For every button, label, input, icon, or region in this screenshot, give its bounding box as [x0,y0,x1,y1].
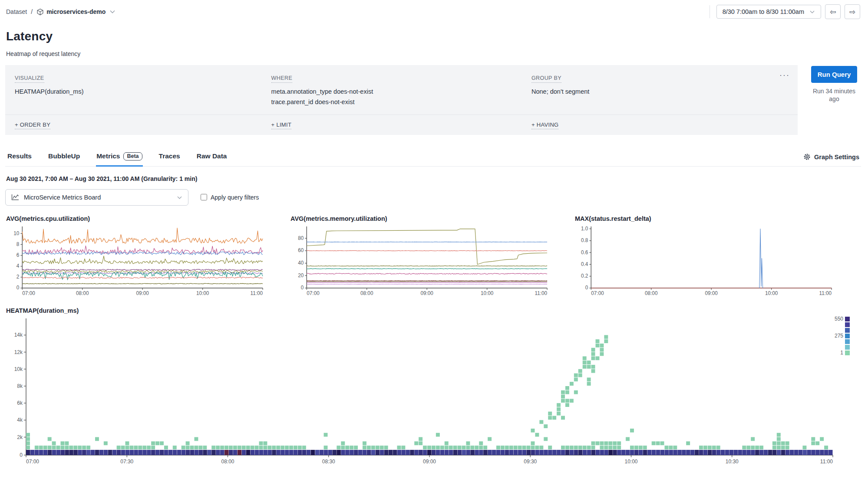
group-by-value[interactable]: None; don't segment [531,87,780,97]
dataset-name: microservices-demo [46,8,106,15]
svg-text:550: 550 [835,316,843,322]
svg-text:0: 0 [301,285,304,291]
query-panel-footer: + ORDER BY + LIMIT + HAVING [5,115,798,135]
memory-utilization-chart[interactable]: 02040608007:0008:0009:0010:0011:00 [290,222,550,299]
last-run-caption: Run 34 minutes ago [807,88,861,103]
visualize-label: VISUALIZE [15,75,44,83]
cpu-chart-block: AVG(metrics.cpu.utilization) 024681007:0… [5,215,265,299]
graph-settings-button[interactable]: Graph Settings [803,153,859,161]
page-subtitle: Heatmap of request latency [6,50,861,57]
svg-text:12k: 12k [14,349,23,355]
query-menu-ellipsis-icon[interactable]: ··· [779,71,790,79]
svg-text:10:00: 10:00 [624,459,637,465]
arrow-right-icon: ⇨ [849,7,855,16]
svg-text:09:00: 09:00 [420,290,433,296]
time-back-button[interactable]: ⇦ [825,4,841,19]
svg-text:11:00: 11:00 [820,459,833,465]
svg-text:8k: 8k [17,383,23,389]
query-panel-main: VISUALIZE HEATMAP(duration_ms) WHERE met… [5,65,798,115]
cpu-utilization-chart[interactable]: 024681007:0008:0009:0010:0011:00 [5,222,265,299]
svg-text:6: 6 [17,252,20,258]
metrics-board-select[interactable]: MicroService Metrics Board [5,189,188,206]
run-query-column: Run Query Run 34 minutes ago [807,65,861,103]
gear-icon [803,153,811,161]
top-bar: Dataset / microservices-demo 8/30 7:00am… [5,3,861,22]
heatmap-title: HEATMAP(duration_ms) [6,307,861,314]
add-having-button[interactable]: + HAVING [531,121,558,129]
breadcrumb-root[interactable]: Dataset [6,8,27,15]
tab-raw-data[interactable]: Raw Data [196,148,228,166]
time-forward-button[interactable]: ⇨ [845,4,860,19]
line-chart-icon [11,194,19,200]
time-range-value: 8/30 7:00am to 8/30 11:00am [723,8,804,15]
tab-metrics-label: Metrics [96,152,120,160]
svg-text:07:00: 07:00 [22,290,35,296]
arrow-left-icon: ⇦ [830,7,836,16]
svg-text:07:30: 07:30 [120,459,133,465]
svg-text:4: 4 [17,263,20,269]
svg-text:10:00: 10:00 [196,290,209,296]
svg-text:0.8: 0.8 [581,237,588,243]
svg-text:0: 0 [20,452,23,458]
memory-chart-block: AVG(metrics.memory.utilization) 02040608… [290,215,550,299]
group-by-column: GROUP BY None; don't segment [531,74,780,108]
tab-metrics[interactable]: Metrics Beta [96,148,142,166]
svg-text:2: 2 [17,274,20,280]
svg-text:11:00: 11:00 [819,290,832,296]
time-summary: Aug 30 2021, 7:00 AM – Aug 30 2021, 11:0… [6,175,861,182]
tab-raw-data-label: Raw Data [197,152,227,160]
beta-badge: Beta [123,152,142,161]
apply-query-filters-label: Apply query filters [211,194,259,201]
svg-text:09:00: 09:00 [423,459,436,465]
restart-delta-chart[interactable]: 00.20.40.60.81.007:0008:0009:0010:0011:0… [574,222,834,299]
svg-text:1.0: 1.0 [581,226,588,232]
page: Dataset / microservices-demo 8/30 7:00am… [0,0,868,480]
where-column: WHERE meta.annotation_type does-not-exis… [271,74,531,108]
svg-text:10:00: 10:00 [481,290,494,296]
breadcrumb-separator: / [31,8,33,15]
svg-text:10: 10 [13,230,19,236]
add-limit-button[interactable]: + LIMIT [271,121,292,129]
group-by-label: GROUP BY [531,75,561,83]
svg-text:08:00: 08:00 [76,290,89,296]
svg-text:0.6: 0.6 [581,249,588,255]
where-clause[interactable]: meta.annotation_type does-not-exist [271,87,531,97]
tab-bubbleup[interactable]: BubbleUp [48,148,80,166]
tab-results-label: Results [7,152,32,160]
time-range-controls: 8/30 7:00am to 8/30 11:00am ⇦ ⇨ [710,4,860,19]
graph-settings-label: Graph Settings [814,154,859,161]
memory-chart-title: AVG(metrics.memory.utilization) [290,215,550,222]
svg-text:08:00: 08:00 [645,290,658,296]
svg-text:08:00: 08:00 [221,459,234,465]
svg-text:2k: 2k [17,434,23,440]
svg-text:0: 0 [585,285,588,291]
time-range-select[interactable]: 8/30 7:00am to 8/30 11:00am [716,5,821,19]
add-order-by-button[interactable]: + ORDER BY [15,121,50,129]
tab-results[interactable]: Results [7,148,32,166]
restart-chart-title: MAX(status.restart_delta) [575,215,834,222]
query-panel: ··· VISUALIZE HEATMAP(duration_ms) WHERE… [5,65,798,135]
where-clause[interactable]: trace.parent_id does-not-exist [271,97,531,108]
svg-text:60: 60 [298,247,304,253]
duration-heatmap-chart[interactable]: 02k4k6k8k10k12k14k07:0007:3008:0008:3009… [5,314,861,471]
svg-text:08:00: 08:00 [360,290,373,296]
where-label: WHERE [271,75,293,83]
results-tab-bar: Results BubbleUp Metrics Beta Traces Raw… [5,148,861,167]
page-title: Latency [6,29,861,43]
svg-text:0: 0 [17,285,20,291]
svg-text:07:00: 07:00 [591,290,604,296]
metrics-charts-row: AVG(metrics.cpu.utilization) 024681007:0… [5,215,861,299]
dataset-crumb[interactable]: microservices-demo [36,8,106,16]
run-query-button[interactable]: Run Query [811,66,858,83]
visualize-value[interactable]: HEATMAP(duration_ms) [15,87,271,97]
board-chevron-down-icon [177,196,182,200]
visualize-column: VISUALIZE HEATMAP(duration_ms) [15,74,271,108]
tab-traces[interactable]: Traces [158,148,181,166]
heatmap-block: HEATMAP(duration_ms) 02k4k6k8k10k12k14k0… [5,307,861,471]
svg-text:10k: 10k [14,366,23,372]
svg-text:40: 40 [298,260,304,266]
time-divider [710,5,710,18]
dataset-chevron-down-icon[interactable] [109,10,116,14]
apply-query-filters-checkbox[interactable] [201,194,207,200]
svg-text:4k: 4k [17,417,23,423]
